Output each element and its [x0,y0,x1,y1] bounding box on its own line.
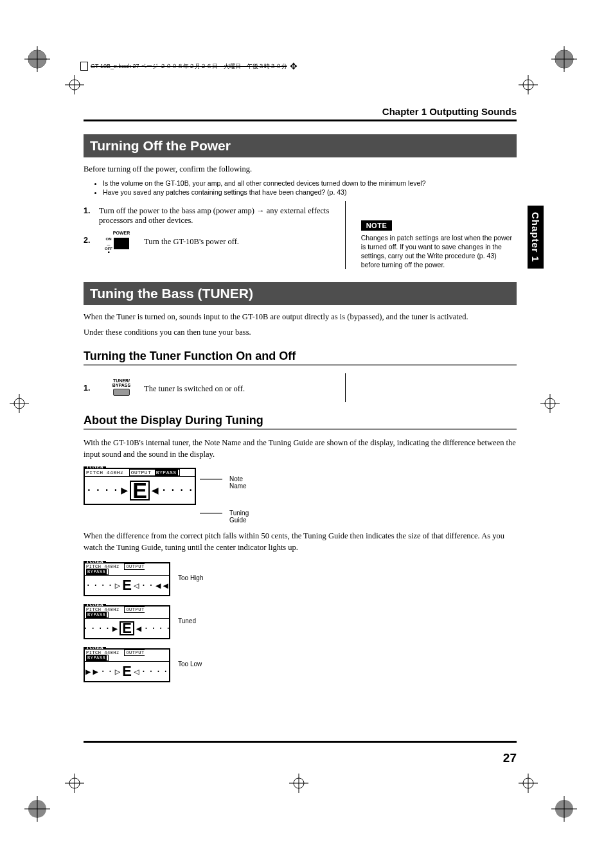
step-number: 1. [84,384,99,393]
sub1-step1: 1. TUNER/ BYPASS The tuner is switched o… [84,378,330,397]
power-switch-icon [114,238,129,249]
sub2-p1: With the GT-10B's internal tuner, the No… [84,438,517,460]
reg-mark-ml [6,391,32,416]
section1-left-col: 1. Turn off the power to the bass amp (p… [84,201,330,270]
display-too-low: TUNER PITCH 440Hz OUTPUT BYPASS ·· E ···… [84,646,517,682]
chapter-header: Chapter 1 Outputting Sounds [84,106,517,117]
header-filename: GT-10B_e.book 27 ページ ２００８年２月２６日 火曜日 午後３時… [91,62,287,71]
power-switch-graphic: POWER ON — OFF ■ [99,231,144,251]
tuner-tab: TUNER [84,466,106,468]
section1-bullets: Is the volume on the GT-10B, your amp, a… [103,179,517,196]
sub1-columns: 1. TUNER/ BYPASS The tuner is switched o… [84,373,517,402]
note-label: NOTE [361,220,393,231]
subhead-tuner-onoff: Turning the Tuner Function On and Off [84,350,517,366]
bottom-rule [84,741,517,743]
step-desc: Turn the GT-10B's power off. [144,235,330,247]
book-icon [80,62,88,71]
step-2: 2. POWER ON — OFF ■ Turn the GT-10B's po… [84,231,330,251]
crop-mark-br [551,796,577,822]
tuner-bypass-pedal: TUNER/ BYPASS [99,378,144,397]
column-divider [345,201,346,270]
crop-mark-bl [24,796,50,822]
section1-right-col: NOTE Changes in patch settings are lost … [361,201,517,270]
bullet-item: Is the volume on the GT-10B, your amp, a… [103,179,517,187]
column-divider [345,373,346,402]
step-desc: Turn off the power to the bass amp (powe… [99,206,330,226]
reg-mark-tr [515,72,541,98]
tuner-guide-main: ···· E ···· [85,477,195,504]
reg-mark-mr [537,391,563,416]
pedal-icon [113,389,130,396]
power-label: POWER [99,231,144,235]
step-number: 1. [84,206,99,215]
step-number: 2. [84,236,99,245]
label-note-name: Note Name [229,475,247,490]
callout-lines [200,465,226,519]
note-name: E [130,481,150,500]
tuner-bypass-label: TUNER/ BYPASS [99,378,144,387]
crop-mark-tr [551,46,577,72]
section-turning-off-power: Turning Off the Power [84,134,517,157]
tuner-display-callout: TUNER PITCH 440Hz OUTPUT BYPASS ···· E ·… [84,465,517,519]
spiral-icon: ✥ [290,61,298,71]
page-content: Chapter 1 Outputting Sounds Turning Off … [84,106,517,778]
chapter-rule [84,120,517,121]
framemaker-header: GT-10B_e.book 27 ページ ２００８年２月２６日 火曜日 午後３時… [80,61,542,71]
section1-intro: Before turning off the power, confirm th… [84,164,517,175]
reg-mark-br [515,770,541,796]
chapter-side-tab: Chapter 1 [528,206,544,269]
subhead-display-tuning: About the Display During Tuning [84,414,517,430]
label-too-high: Too High [178,574,203,581]
section2-p2: Under these conditions you can then tune… [84,327,517,339]
section-tuning-bass: Tuning the Bass (TUNER) [84,282,517,305]
section1-columns: 1. Turn off the power to the bass amp (p… [84,201,517,270]
section2-p1: When the Tuner is turned on, sounds inpu… [84,312,517,323]
reg-mark-tl [62,72,87,98]
display-too-high: TUNER PITCH 440Hz OUTPUT BYPASS ···· E ·… [84,560,517,596]
bullet-item: Have you saved any patches containing se… [103,188,517,196]
sub1-left: 1. TUNER/ BYPASS The tuner is switched o… [84,373,330,402]
label-tuned: Tuned [178,617,196,624]
tuner-info-row: PITCH 440Hz OUTPUT BYPASS [85,469,195,477]
tuner-display-main: TUNER PITCH 440Hz OUTPUT BYPASS ···· E ·… [84,465,196,505]
label-too-low: Too Low [178,660,202,668]
display-tuned: TUNER PITCH 440Hz OUTPUT BYPASS ···· E ·… [84,603,517,639]
label-tuning-guide: Tuning Guide [229,509,249,524]
note-text: Changes in patch settings are lost when … [361,233,517,270]
page-number: 27 [503,751,517,765]
crop-mark-tl [24,46,50,72]
sub2-p2: When the difference from the correct pit… [84,531,517,553]
step-1: 1. Turn off the power to the bass amp (p… [84,206,330,226]
step-desc: The tuner is switched on or off. [144,382,330,394]
sub1-right [361,373,517,402]
